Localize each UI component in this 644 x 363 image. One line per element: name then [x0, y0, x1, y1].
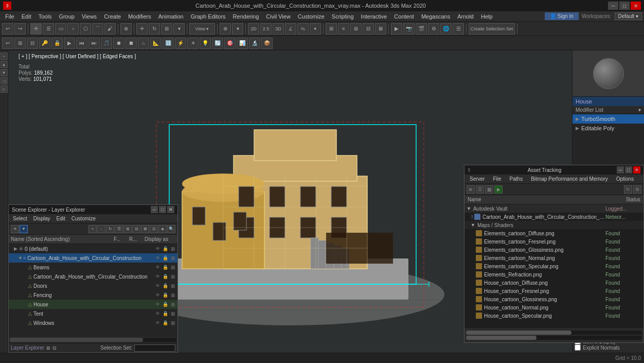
render-active[interactable]: 🎬: [416, 23, 427, 34]
at-content[interactable]: ▼ Autodesk Vault Logged... 3 Cartoon_Ara…: [464, 204, 643, 328]
se-vis-lock-cartoon-obj[interactable]: 🔒: [162, 273, 169, 280]
se-row-cartoon-house-obj[interactable]: △ Cartoon_Arab_House_with_Circular_Const…: [9, 272, 177, 281]
at-row-house-diffuse[interactable]: House_cartoon_Diffuse.png Found: [464, 279, 643, 287]
tb2-btn4[interactable]: 🔑: [39, 38, 50, 49]
se-vis-disp-tent[interactable]: ▦: [169, 310, 176, 317]
se-tb-collapse[interactable]: -: [97, 225, 105, 233]
at-tb-btn2[interactable]: ☰: [476, 185, 484, 194]
se-tb-settings6[interactable]: ◈: [158, 225, 167, 233]
ts-explicit-normals-check[interactable]: [575, 344, 581, 351]
se-maximize-button[interactable]: □: [159, 206, 166, 213]
se-vis-disp-cartoon[interactable]: ▦: [169, 254, 176, 262]
at-row-elements-specular[interactable]: Elements_cartoon_Specular.png Found: [464, 262, 643, 270]
at-row-maps-shaders[interactable]: ▼ Maps / Shaders: [464, 221, 643, 229]
se-vis-lock-windows[interactable]: 🔒: [162, 319, 169, 326]
se-row-tent[interactable]: △ Tent 👁 🔒 ▦: [9, 309, 177, 318]
se-row-doors[interactable]: △ Doors 👁 🔒 ▦: [9, 281, 177, 290]
menu-edit[interactable]: Edit: [19, 12, 34, 21]
at-menu-paths[interactable]: Paths: [507, 176, 526, 182]
menu-group[interactable]: Group: [56, 12, 78, 21]
wire2-btn[interactable]: ⊟: [363, 23, 374, 34]
at-row-elements-refraction[interactable]: Elements_Refraction.png Found: [464, 270, 643, 279]
workspaces-dropdown[interactable]: Default ▾: [615, 12, 642, 20]
tb2-btn17[interactable]: 💡: [200, 38, 211, 49]
se-row-beams[interactable]: △ Beams 👁 🔒 ▦: [9, 263, 177, 272]
tb2-btn6[interactable]: ▶: [64, 38, 75, 49]
tb2-btn8[interactable]: ⏭: [88, 38, 100, 49]
tb2-btn1[interactable]: ↩: [2, 38, 13, 49]
se-vis-disp-doors[interactable]: ▦: [169, 282, 176, 289]
tb2-btn15[interactable]: ⚡: [175, 38, 186, 49]
se-vis-disp-beams[interactable]: ▦: [169, 264, 176, 271]
se-vis-lock-fencing[interactable]: 🔒: [162, 291, 169, 299]
at-row-house-normal[interactable]: House_cartoon_Normal.png Found: [464, 303, 643, 312]
at-maximize-button[interactable]: □: [625, 166, 632, 174]
scale-tool[interactable]: ⊞: [161, 23, 172, 34]
render-scene[interactable]: ▶: [391, 23, 402, 34]
move-tool[interactable]: ✛: [136, 23, 148, 34]
se-vis2[interactable]: 🔒: [162, 245, 169, 252]
close-button[interactable]: ✕: [631, 2, 641, 10]
left-panel-btn5[interactable]: ▷: [1, 85, 8, 93]
reference-coord[interactable]: View ▾: [189, 23, 215, 34]
se-vis-eye-fencing[interactable]: 👁: [154, 291, 161, 299]
menu-civil-view[interactable]: Civil View: [263, 12, 293, 21]
menu-views[interactable]: Views: [79, 12, 100, 21]
left-panel-btn2[interactable]: ▲: [1, 61, 8, 68]
environment[interactable]: 🌐: [440, 23, 452, 34]
menu-rendering[interactable]: Rendering: [230, 12, 262, 21]
at-menu-server[interactable]: Server: [467, 176, 488, 182]
rect-select[interactable]: ▭: [55, 23, 66, 34]
at-tb-right-btn2[interactable]: ⚙: [633, 185, 641, 194]
se-vis-lock-doors[interactable]: 🔒: [162, 282, 169, 289]
at-tb-btn4[interactable]: ▶: [494, 185, 503, 194]
se-tb-close[interactable]: ✕: [11, 225, 19, 233]
at-row-elements-diffuse[interactable]: Elements_cartoon_Diffuse.png Found: [464, 229, 643, 237]
menu-graph-editors[interactable]: Graph Editors: [188, 12, 229, 21]
scale-dropdown[interactable]: ▾: [173, 23, 185, 34]
at-row-house-glossiness[interactable]: House_cartoon_Glossiness.png Found: [464, 295, 643, 303]
tb2-btn7[interactable]: ⏮: [76, 38, 87, 49]
tb2-btn14[interactable]: 🔢: [163, 38, 174, 49]
tb2-btn19[interactable]: 🎯: [224, 38, 236, 49]
at-row-elements-fresnel[interactable]: Elements_cartoon_Fresnel.png Found: [464, 237, 643, 246]
tb2-btn13[interactable]: 📐: [150, 38, 162, 49]
se-vis-disp-cartoon-obj[interactable]: ▦: [169, 273, 176, 280]
at-tb-btn3[interactable]: ▦: [485, 185, 493, 194]
se-expand-cartoon[interactable]: ▼: [18, 255, 23, 261]
at-hscrollbar[interactable]: [466, 331, 642, 335]
maximize-button[interactable]: □: [619, 2, 630, 10]
se-row-house[interactable]: △ House 👁 🔒 ▦: [9, 300, 177, 309]
sign-in-button[interactable]: 👤 Sign In: [545, 12, 579, 20]
snap-25d[interactable]: 2.5: [260, 23, 272, 34]
menu-scripting[interactable]: Scripting: [329, 12, 357, 21]
se-vis-lock-beams[interactable]: 🔒: [162, 264, 169, 271]
at-minimize-button[interactable]: ─: [617, 166, 624, 174]
menu-animation[interactable]: Animation: [155, 12, 187, 21]
snap-3d[interactable]: 3D: [273, 23, 284, 34]
se-minimize-button[interactable]: ─: [151, 206, 158, 213]
tb2-btn22[interactable]: 📦: [261, 38, 273, 49]
se-vis-lock-cartoon[interactable]: 🔒: [162, 254, 169, 262]
tb2-btn2[interactable]: ⊞: [14, 38, 26, 49]
menu-arnold[interactable]: Arnold: [454, 12, 477, 21]
tb2-btn9[interactable]: 🎵: [101, 38, 112, 49]
scene-explorer-content[interactable]: ▶ ⊕ 0 (default) 👁 🔒 ▦ ▼ ≡ Cartoon_Arab_H…: [9, 244, 177, 337]
se-vis3[interactable]: ▦: [169, 245, 176, 252]
se-row-cartoon-house-layer[interactable]: ▼ ≡ Cartoon_Arab_House_with_Circular_Con…: [9, 253, 177, 263]
tb2-btn5[interactable]: 🔒: [51, 38, 63, 49]
tb2-btn18[interactable]: 🔄: [212, 38, 223, 49]
at-hscrollbar2[interactable]: [466, 336, 642, 340]
se-vis-disp-fencing[interactable]: ▦: [169, 291, 176, 299]
se-tb-settings4[interactable]: ⊠: [141, 225, 149, 233]
pivot-btn[interactable]: ⊕: [220, 23, 231, 34]
render-settings[interactable]: ⚙: [428, 23, 439, 34]
se-footer-icon2[interactable]: ⊟: [52, 345, 57, 351]
tb2-btn3[interactable]: ⊟: [27, 38, 38, 49]
at-row-house-specular[interactable]: House_cartoon_Specular.png Found: [464, 312, 643, 320]
at-menu-file[interactable]: File: [490, 176, 504, 182]
menu-megascans[interactable]: Megascans: [418, 12, 453, 21]
paint-select[interactable]: 🖌: [104, 23, 116, 34]
at-row-elements-normal[interactable]: Elements_cartoon_Normal.png Found: [464, 254, 643, 262]
tb2-btn20[interactable]: 📊: [237, 38, 248, 49]
